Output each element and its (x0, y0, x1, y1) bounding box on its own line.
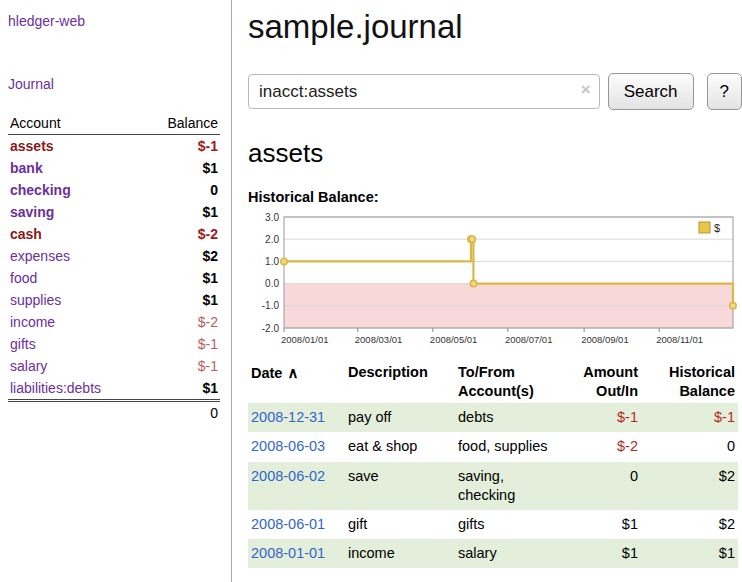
svg-text:2008/05/01: 2008/05/01 (430, 334, 478, 345)
register-row: 2008-06-02 save saving, checking 0 $2 (248, 462, 738, 510)
accounts-header-balance: Balance (148, 112, 220, 135)
transaction-date-link[interactable]: 2008-06-03 (251, 438, 325, 454)
accounts-total: 0 (148, 401, 220, 425)
account-row: expenses $2 (8, 245, 220, 267)
search-bar: × Search ? (248, 73, 742, 110)
transaction-description: gift (345, 510, 455, 539)
transaction-balance: $-1 (641, 403, 738, 432)
account-row: saving $1 (8, 201, 220, 223)
account-row: supplies $1 (8, 289, 220, 311)
svg-text:3.0: 3.0 (265, 212, 279, 223)
transaction-accounts: salary (455, 539, 551, 568)
account-link-assets[interactable]: assets (10, 138, 54, 154)
register-header-row: Date∧ Description To/From Account(s) Amo… (248, 361, 738, 403)
transaction-amount: $1 (551, 539, 641, 568)
accounts-total-row: 0 (8, 401, 220, 425)
svg-text:-2.0: -2.0 (262, 323, 280, 334)
account-row: gifts $-1 (8, 333, 220, 355)
register-header-date: Date∧ (248, 361, 345, 403)
account-row: bank $1 (8, 157, 220, 179)
account-balance: $1 (148, 267, 220, 289)
account-balance: $-1 (148, 333, 220, 355)
transaction-amount: $1 (551, 510, 641, 539)
svg-text:2008/03/01: 2008/03/01 (355, 334, 403, 345)
account-link-liabilities-debts[interactable]: liabilities:debts (10, 380, 101, 396)
transaction-balance: $1 (641, 539, 738, 568)
account-balance: $-2 (148, 223, 220, 245)
app-brand-link[interactable]: hledger-web (8, 13, 85, 29)
nav-journal-link[interactable]: Journal (8, 76, 223, 92)
account-row: salary $-1 (8, 355, 220, 377)
account-link-supplies[interactable]: supplies (10, 292, 61, 308)
transaction-date-link[interactable]: 2008-12-31 (251, 409, 325, 425)
register-table: Date∧ Description To/From Account(s) Amo… (248, 361, 738, 568)
sidebar: hledger-web Journal Account Balance asse… (0, 0, 232, 582)
account-balance: $1 (148, 289, 220, 311)
svg-text:$: $ (714, 222, 720, 234)
svg-text:2008/09/01: 2008/09/01 (581, 334, 629, 345)
accounts-header-row: Account Balance (8, 112, 220, 135)
account-balance: 0 (148, 179, 220, 201)
account-link-saving[interactable]: saving (10, 204, 54, 220)
account-row: assets $-1 (8, 135, 220, 158)
account-link-cash[interactable]: cash (10, 226, 42, 242)
svg-text:-1.0: -1.0 (262, 300, 280, 311)
account-link-expenses[interactable]: expenses (10, 248, 70, 264)
search-input[interactable] (248, 74, 600, 109)
transaction-balance: $2 (641, 510, 738, 539)
sort-ascending-icon: ∧ (287, 364, 298, 381)
transaction-amount: 0 (551, 462, 641, 510)
transaction-accounts: food, supplies (455, 432, 551, 461)
transaction-date-link[interactable]: 2008-06-01 (251, 516, 325, 532)
register-header-description: Description (345, 361, 455, 403)
register-header-accounts: To/From Account(s) (455, 361, 551, 403)
svg-text:2.0: 2.0 (265, 234, 279, 245)
account-link-gifts[interactable]: gifts (10, 336, 36, 352)
svg-text:2008/11/01: 2008/11/01 (656, 334, 703, 345)
account-link-salary[interactable]: salary (10, 358, 47, 374)
account-balance: $1 (148, 377, 220, 401)
accounts-table: Account Balance assets $-1 bank $1 check… (8, 112, 220, 424)
account-row: liabilities:debts $1 (8, 377, 220, 401)
account-balance: $-2 (148, 311, 220, 333)
balance-chart: 3.02.01.00.0-1.0-2.02008/01/012008/03/01… (248, 209, 742, 347)
account-balance: $1 (148, 201, 220, 223)
svg-text:0.0: 0.0 (265, 278, 279, 289)
help-button[interactable]: ? (707, 73, 742, 110)
account-balance: $-1 (148, 355, 220, 377)
transaction-amount: $-1 (551, 403, 641, 432)
account-link-checking[interactable]: checking (10, 182, 71, 198)
transaction-date-link[interactable]: 2008-01-01 (251, 545, 325, 561)
account-link-income[interactable]: income (10, 314, 55, 330)
register-row: 2008-12-31 pay off debts $-1 $-1 (248, 403, 738, 432)
transaction-description: eat & shop (345, 432, 455, 461)
transaction-accounts: gifts (455, 510, 551, 539)
svg-text:2008/07/01: 2008/07/01 (505, 334, 553, 345)
page-title: sample.journal (248, 8, 742, 46)
account-link-food[interactable]: food (10, 270, 37, 286)
svg-text:2008/01/01: 2008/01/01 (281, 334, 329, 345)
account-row: checking 0 (8, 179, 220, 201)
main-content: sample.journal × Search ? assets Histori… (248, 0, 742, 568)
account-heading: assets (248, 138, 742, 169)
register-row: 2008-01-01 income salary $1 $1 (248, 539, 738, 568)
search-button[interactable]: Search (608, 73, 694, 110)
transaction-description: pay off (345, 403, 455, 432)
chart-title: Historical Balance: (248, 189, 742, 205)
accounts-header-account: Account (8, 112, 148, 135)
register-header-date-label: Date (251, 365, 282, 381)
clear-search-icon[interactable]: × (581, 81, 591, 98)
account-link-bank[interactable]: bank (10, 160, 43, 176)
transaction-accounts: debts (455, 403, 551, 432)
balance-chart-svg: 3.02.01.00.0-1.0-2.02008/01/012008/03/01… (248, 209, 738, 347)
register-row: 2008-06-01 gift gifts $1 $2 (248, 510, 738, 539)
transaction-amount: $-2 (551, 432, 641, 461)
transaction-description: save (345, 462, 455, 510)
account-row: income $-2 (8, 311, 220, 333)
transaction-balance: $2 (641, 462, 738, 510)
transaction-date-link[interactable]: 2008-06-02 (251, 468, 325, 484)
register-row: 2008-06-03 eat & shop food, supplies $-2… (248, 432, 738, 461)
account-row: food $1 (8, 267, 220, 289)
register-header-balance: Historical Balance (641, 361, 738, 403)
svg-text:1.0: 1.0 (265, 256, 279, 267)
